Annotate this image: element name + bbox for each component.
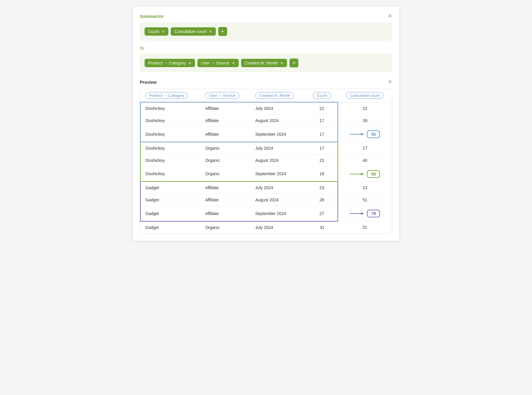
cell-created-at-month: September 2024 — [251, 166, 306, 181]
user-source-dimension-remove[interactable]: ✕ — [232, 61, 235, 65]
table-row: DoohickeyOrganicSeptember 202418 58 — [140, 166, 392, 181]
cell-created-at-month: August 2024 — [251, 154, 306, 166]
product-category-dimension-label: Product → Category — [148, 61, 186, 65]
cell-count: 18 — [306, 166, 338, 181]
table-row: GadgetOrganicJuly 20243131 — [140, 221, 392, 233]
cell-count: 23 — [306, 181, 338, 194]
table-row: GadgetAffiliateJuly 20242323 — [140, 181, 392, 194]
cell-created-at-month: July 2024 — [251, 181, 306, 194]
cell-product-category: Gadget — [140, 206, 200, 221]
preview-table-wrapper: Product → Category User → Source Created… — [140, 89, 392, 234]
col-header-product-category[interactable]: Product → Category — [140, 89, 200, 102]
add-dimension-button[interactable]: + — [289, 59, 298, 67]
cell-cumulative-count: 58 — [338, 166, 392, 181]
product-category-pill: Product → Category — [145, 92, 188, 99]
user-source-dimension-tag[interactable]: User → Source ✕ — [197, 59, 239, 67]
user-source-pill: User → Source — [205, 92, 239, 99]
created-at-month-dimension-label: Created At: Month — [245, 61, 278, 65]
cell-product-category: Doohickey — [140, 115, 200, 127]
cell-product-category: Gadget — [140, 181, 200, 194]
cell-product-category: Doohickey — [140, 102, 200, 115]
created-at-month-pill: Created At: Month — [255, 92, 294, 99]
summarize-close-button[interactable]: ✕ — [388, 13, 392, 19]
created-at-month-dimension-remove[interactable]: ✕ — [280, 61, 284, 65]
cell-product-category: Doohickey — [140, 127, 200, 142]
cell-count: 22 — [306, 102, 338, 115]
cell-product-category: Doohickey — [140, 154, 200, 166]
table-row: DoohickeyAffiliateJuly 20242222 — [140, 102, 392, 115]
cell-user-source: Affiliate — [200, 181, 251, 194]
col-header-user-source[interactable]: User → Source — [200, 89, 251, 102]
cumulative-count-measure-tag[interactable]: Cumulative count ✕ — [171, 27, 216, 36]
created-at-month-dimension-tag[interactable]: Created At: Month ✕ — [241, 59, 287, 67]
cell-user-source: Organic — [200, 221, 251, 233]
preview-close-button[interactable]: ✕ — [388, 79, 392, 85]
cell-count: 17 — [306, 127, 338, 142]
cell-cumulative-count: 22 — [338, 102, 392, 115]
measures-tag-area: Count ✕ Cumulative count ✕ + — [140, 22, 392, 41]
cell-cumulative-count: 31 — [338, 221, 392, 233]
cell-user-source: Organic — [200, 154, 251, 166]
cell-created-at-month: September 2024 — [251, 127, 306, 142]
cell-count: 17 — [306, 115, 338, 127]
svg-marker-5 — [361, 212, 364, 215]
cell-cumulative-count: 56 — [338, 127, 392, 142]
cell-user-source: Affiliate — [200, 115, 251, 127]
table-header-row: Product → Category User → Source Created… — [140, 89, 392, 102]
preview-section: Preview ✕ Product → Category User → Sour… — [140, 79, 392, 234]
col-header-created-at-month[interactable]: Created At: Month — [251, 89, 306, 102]
preview-table: Product → Category User → Source Created… — [140, 89, 392, 233]
table-row: DoohickeyOrganicJuly 20241717 — [140, 142, 392, 154]
cell-cumulative-count: 78 — [338, 206, 392, 221]
cell-cumulative-count: 39 — [338, 115, 392, 127]
cell-user-source: Organic — [200, 142, 251, 154]
cell-created-at-month: July 2024 — [251, 102, 306, 115]
cell-count: 31 — [306, 221, 338, 233]
cell-created-at-month: August 2024 — [251, 115, 306, 127]
by-label: by — [140, 45, 392, 50]
cell-count: 17 — [306, 142, 338, 154]
count-pill: Count — [313, 92, 331, 99]
dimensions-tag-area: Product → Category ✕ User → Source ✕ Cre… — [140, 54, 392, 72]
cumulative-count-measure-label: Cumulative count — [174, 29, 206, 34]
table-row: GadgetAffiliateSeptember 202427 78 — [140, 206, 392, 221]
cumulative-count-pill: Cumulative count — [346, 92, 384, 99]
cell-created-at-month: July 2024 — [251, 142, 306, 154]
col-header-cumulative-count[interactable]: Cumulative count — [338, 89, 392, 102]
table-row: DoohickeyAffiliateSeptember 202417 56 — [140, 127, 392, 142]
preview-header: Preview ✕ — [140, 79, 392, 85]
cell-product-category: Gadget — [140, 221, 200, 233]
product-category-dimension-tag[interactable]: Product → Category ✕ — [145, 59, 195, 67]
table-row: GadgetAffiliateAugust 20242851 — [140, 194, 392, 206]
col-header-count[interactable]: Count — [306, 89, 338, 102]
svg-marker-3 — [361, 173, 364, 175]
table-row: DoohickeyAffiliateAugust 20241739 — [140, 115, 392, 127]
cell-product-category: Doohickey — [140, 166, 200, 181]
count-measure-remove[interactable]: ✕ — [162, 29, 165, 34]
cell-cumulative-count: 23 — [338, 181, 392, 194]
cell-user-source: Organic — [200, 166, 251, 181]
cell-count: 27 — [306, 206, 338, 221]
table-row: DoohickeyOrganicAugust 20242340 — [140, 154, 392, 166]
cell-cumulative-count: 40 — [338, 154, 392, 166]
preview-title: Preview — [140, 80, 157, 85]
add-measure-button[interactable]: + — [218, 27, 227, 36]
cell-product-category: Doohickey — [140, 142, 200, 154]
cell-user-source: Affiliate — [200, 127, 251, 142]
svg-marker-1 — [361, 133, 364, 135]
cell-created-at-month: July 2024 — [251, 221, 306, 233]
cell-user-source: Affiliate — [200, 194, 251, 206]
cumulative-count-measure-remove[interactable]: ✕ — [209, 29, 212, 34]
cell-user-source: Affiliate — [200, 206, 251, 221]
main-container: Summarize ✕ Count ✕ Cumulative count ✕ +… — [132, 6, 400, 241]
cell-product-category: Gadget — [140, 194, 200, 206]
count-measure-tag[interactable]: Count ✕ — [145, 27, 168, 36]
product-category-dimension-remove[interactable]: ✕ — [188, 61, 191, 65]
cell-user-source: Affiliate — [200, 102, 251, 115]
cell-created-at-month: August 2024 — [251, 194, 306, 206]
summarize-header: Summarize ✕ — [140, 13, 392, 19]
count-measure-label: Count — [148, 29, 159, 34]
user-source-dimension-label: User → Source — [201, 61, 229, 65]
cell-cumulative-count: 51 — [338, 194, 392, 206]
cell-cumulative-count: 17 — [338, 142, 392, 154]
